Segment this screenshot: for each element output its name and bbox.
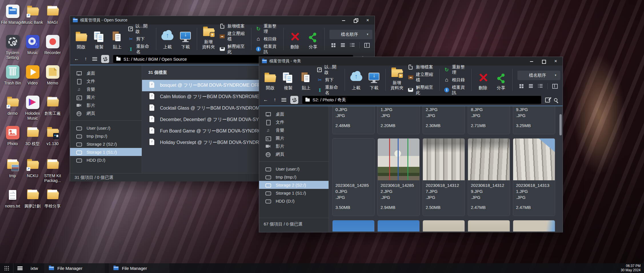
photo-tile[interactable]: 20230618_143129.JPG.JPG2.47MB — [468, 138, 510, 216]
grid-view-button[interactable] — [519, 84, 524, 88]
sort-order-dropdown[interactable]: 檔名順序 ▼ — [329, 30, 372, 39]
sidebar-item-tmp-drive[interactable]: tmp (tmp:/) — [70, 132, 142, 140]
detail-view-button[interactable] — [350, 43, 355, 47]
search-icon[interactable] — [554, 98, 557, 102]
upload-button[interactable]: ↑ 上載 — [347, 68, 365, 92]
sidebar-item-storage1-drive[interactable]: Storage 1 (S1:/) — [259, 189, 329, 197]
open-with-button[interactable]: ↗ 以...開啟 — [128, 23, 152, 34]
desktop-icon-stem-kit[interactable]: STEM Kit Packag... — [41, 158, 65, 183]
photo-tile[interactable] — [513, 220, 555, 232]
sidebar-item-desktop[interactable]: 桌面 — [70, 69, 142, 77]
clock[interactable]: 06:37 PM 30 May 2024 — [621, 264, 641, 272]
root-button[interactable]: ⌂ 根目錄 — [256, 36, 279, 42]
back-button[interactable]: ← — [74, 56, 79, 62]
photo-tile[interactable]: 2.JPG.JPG2.30MB — [423, 106, 465, 134]
extract-here-button[interactable]: 解壓縮至此 — [408, 85, 435, 96]
sidebar-item-web[interactable]: 網頁 — [70, 109, 142, 117]
sidebar-item-videos[interactable]: 影片 — [259, 142, 329, 150]
photo-tile[interactable]: 0.JPG.JPG2.48MB — [332, 106, 375, 134]
refresh-button[interactable]: ↻ 重新整理 — [256, 23, 279, 34]
new-folder-button[interactable]: + 新增資料夾 — [200, 27, 217, 51]
paste-button[interactable]: 貼上 — [297, 68, 315, 92]
new-folder-button[interactable]: + 新增資料夾 — [388, 68, 406, 92]
minimize-button[interactable] — [341, 18, 346, 23]
columns-view-button[interactable] — [552, 84, 557, 88]
photo-tile[interactable] — [377, 220, 420, 232]
extract-here-button[interactable]: 解壓縮至此 — [219, 44, 247, 55]
grid-scrollbar[interactable] — [559, 114, 562, 135]
upload-button[interactable]: ↑ 上載 — [159, 27, 176, 51]
paste-button[interactable]: 貼上 — [109, 27, 126, 51]
photo-tile[interactable]: 20230618_143131.JPG.JPG2.47MB — [513, 138, 555, 216]
app-launcher-button[interactable] — [0, 263, 13, 273]
sidebar-item-storage1-drive[interactable]: Storage 1 (S1:/) — [70, 148, 142, 156]
sidebar-item-music[interactable]: ♫音樂 — [70, 85, 142, 93]
open-button[interactable]: 開啟 — [72, 27, 90, 51]
sidebar-item-pictures[interactable]: 圖片 — [259, 134, 329, 142]
photo-tile[interactable]: 20230618_142852.JPG.JPG2.94MB — [377, 138, 420, 216]
sidebar-item-storage2-drive[interactable]: Storage 2 (S2:/) — [259, 181, 329, 189]
edit-path-icon[interactable] — [545, 98, 550, 102]
sidebar-item-user-drive[interactable]: User (user:/) — [70, 124, 142, 132]
restore-button[interactable] — [353, 18, 358, 23]
sidebar-item-tmp-drive[interactable]: tmp (tmp:/) — [259, 173, 329, 181]
up-button[interactable]: ↑ — [272, 97, 277, 103]
desktop-icon-magi[interactable]: MAGI — [41, 5, 65, 25]
copy-button[interactable]: 複製 — [90, 27, 108, 51]
photo-tile[interactable]: 20230618_142850.JPG.JPG3.50MB — [332, 138, 375, 216]
photo-tile[interactable]: 8.JPG.JPG2.71MB — [468, 106, 510, 134]
delete-button[interactable]: 刪除 — [286, 27, 303, 51]
taskbar-button-file-manager-1[interactable]: File Manager — [44, 263, 105, 273]
refresh-button[interactable]: ↻ 重新整理 — [444, 64, 467, 75]
photo-tile[interactable]: 1.JPG.JPG2.20MB — [377, 106, 420, 134]
photo-tile[interactable] — [332, 220, 375, 232]
file-info-button[interactable]: i 檔案資訊 — [256, 44, 279, 55]
create-archive-button[interactable]: 建立壓縮檔 — [408, 72, 435, 83]
new-file-button[interactable]: 新增檔案 — [408, 64, 435, 70]
sidebar-item-desktop[interactable]: 桌面 — [259, 110, 329, 118]
menu-icon[interactable] — [281, 98, 286, 102]
sidebar-item-hdd-drive[interactable]: HDD (D:/) — [259, 197, 329, 205]
path-field[interactable]: S2: / Photo / 奇美 — [302, 96, 541, 104]
list-view-button[interactable] — [529, 84, 533, 88]
maximize-button[interactable] — [541, 59, 546, 64]
open-button[interactable]: 開啟 — [261, 68, 279, 92]
list-view-button[interactable] — [341, 43, 345, 47]
sidebar-item-documents[interactable]: 文件 — [70, 77, 142, 85]
photo-tile[interactable] — [423, 220, 465, 232]
desktop-icon-maker-factory[interactable]: 創客工廠 — [41, 96, 65, 116]
sidebar-item-user-drive[interactable]: User (user:/) — [259, 165, 329, 173]
sidebar-item-hdd-drive[interactable]: HDD (D:/) — [70, 156, 142, 164]
sidebar-item-storage2-drive[interactable]: Storage 2 (S2:/) — [70, 140, 142, 148]
minimize-button[interactable] — [529, 59, 534, 64]
desktop-icon-memo[interactable]: Memo — [41, 65, 65, 86]
rename-button[interactable]: I 重新命名 — [128, 44, 152, 55]
sidebar-item-music[interactable]: ♫音樂 — [259, 126, 329, 134]
desktop-icon-recorder[interactable]: Recorder — [41, 35, 65, 55]
back-button[interactable]: ← — [263, 97, 268, 103]
photo-tile[interactable]: 9.JPG.JPG3.25MB — [513, 106, 555, 134]
menu-icon[interactable] — [92, 57, 97, 61]
root-button[interactable]: ⌂ 根目錄 — [444, 77, 467, 83]
sidebar-item-pictures[interactable]: 圖片 — [70, 93, 142, 101]
close-button[interactable]: × — [365, 18, 370, 23]
desktop-icon-school-share[interactable]: 學校分享 — [41, 188, 65, 209]
settings-toggle-button[interactable] — [290, 96, 298, 104]
rename-button[interactable]: I 重新命名 — [317, 85, 340, 96]
up-button[interactable]: ↑ — [83, 56, 88, 62]
file-info-button[interactable]: i 檔案資訊 — [444, 85, 467, 96]
close-button[interactable]: × — [553, 59, 558, 64]
sidebar-item-web[interactable]: 網頁 — [259, 150, 329, 158]
delete-button[interactable]: 刪除 — [474, 68, 492, 92]
desktop-icon-v1130[interactable]: v1.130 — [41, 126, 65, 146]
grid-view-button[interactable] — [331, 43, 336, 47]
copy-button[interactable]: 複製 — [279, 68, 297, 92]
sort-order-dropdown[interactable]: 檔名順序 ▼ — [517, 71, 560, 80]
settings-toggle-button[interactable] — [101, 55, 109, 63]
cut-button[interactable]: ✂ 剪下 — [317, 77, 340, 83]
share-button[interactable]: 分享 — [304, 27, 322, 51]
create-archive-button[interactable]: 建立壓縮檔 — [219, 31, 247, 42]
sidebar-item-documents[interactable]: 文件 — [259, 118, 329, 126]
columns-view-button[interactable] — [364, 43, 369, 47]
sidebar-item-videos[interactable]: 影片 — [70, 101, 142, 109]
